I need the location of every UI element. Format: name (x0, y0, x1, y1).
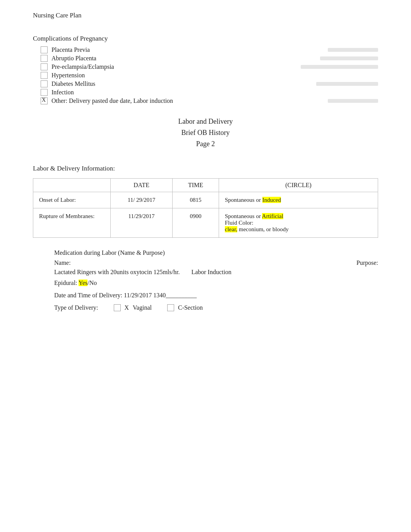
redacted-bar (316, 82, 378, 86)
rupture-circle: Spontaneous or Artificial Fluid Color: c… (219, 208, 378, 238)
table-row-onset: Onset of Labor: 11/ 29/2017 0815 Spontan… (33, 192, 378, 208)
csection-label: C-Section (178, 304, 203, 311)
header-line2: Brief OB History (33, 127, 378, 138)
rupture-label: Rupture of Membranes: (33, 208, 111, 238)
labor-delivery-table: DATE TIME (CIRCLE) Onset of Labor: 11/ 2… (33, 178, 378, 238)
medication-section: Medication during Labor (Name & Purpose)… (54, 249, 378, 311)
header-line1: Labor and Delivery (33, 116, 378, 127)
complication-label: Diabetes Mellitus (51, 80, 316, 87)
name-label: Name: (54, 259, 71, 266)
redacted-bar (328, 99, 378, 103)
vaginal-checkbox (114, 304, 121, 311)
redacted-bar (320, 56, 378, 60)
complication-checkbox (41, 97, 48, 104)
onset-date: 11/ 29/2017 (111, 192, 173, 208)
complication-checkbox (41, 80, 48, 87)
complication-checkbox (41, 55, 48, 62)
complication-label: Pre-eclampsia/Eclampsia (51, 63, 301, 70)
medication-title: Medication during Labor (Name & Purpose) (54, 249, 378, 256)
complication-checkbox (41, 72, 48, 79)
col-header-date: DATE (111, 179, 173, 192)
complication-item: Infection (41, 89, 378, 96)
redacted-bar (328, 48, 378, 52)
complication-label: Infection (51, 89, 378, 96)
name-spacer (82, 259, 345, 266)
complications-list: Placenta PreviaAbruptio PlacentaPre-ecla… (41, 46, 378, 104)
complication-item: Other: Delivery pasted due date, Labor i… (41, 97, 378, 104)
rupture-date: 11/29/2017 (111, 208, 173, 238)
redacted-bar (301, 65, 378, 69)
purpose-label: Purpose: (356, 259, 378, 266)
purpose-value: Labor Induction (191, 269, 231, 276)
col-header-time: TIME (173, 179, 219, 192)
complication-item: Hypertension (41, 72, 378, 79)
complication-label: Abruptio Placenta (51, 55, 320, 62)
complication-checkbox (41, 89, 48, 96)
header-line3: Page 2 (33, 138, 378, 150)
delivery-date-line: Date and Time of Delivery: 11/29/2017 13… (54, 292, 378, 299)
fluid-color-highlight: clear, (225, 226, 237, 232)
col-header-label (33, 179, 111, 192)
complication-checkbox (41, 63, 48, 70)
epidural-label: Epidural: (54, 280, 79, 286)
complication-label: Placenta Previa (51, 46, 328, 53)
rupture-time: 0900 (173, 208, 219, 238)
epidural-yes: Yes (79, 280, 87, 286)
delivery-date-label: Date and Time of Delivery: 11/29/2017 13… (54, 292, 197, 298)
csection-checkbox (167, 304, 174, 311)
table-row-rupture: Rupture of Membranes: 11/29/2017 0900 Sp… (33, 208, 378, 238)
onset-time: 0815 (173, 192, 219, 208)
vaginal-label: Vaginal (133, 304, 152, 311)
vaginal-x-mark: X (125, 304, 129, 311)
onset-circle: Spontaneous or Induced (219, 192, 378, 208)
onset-label: Onset of Labor: (33, 192, 111, 208)
name-value: Lactated Ringers with 20units oxytocin 1… (54, 269, 180, 276)
medication-value-line: Lactated Ringers with 20units oxytocin 1… (54, 269, 378, 276)
complication-item: Pre-eclampsia/Eclampsia (41, 63, 378, 70)
complication-item: Diabetes Mellitus (41, 80, 378, 87)
medication-name-line: Name: Purpose: (54, 259, 378, 266)
col-header-circle: (CIRCLE) (219, 179, 378, 192)
complication-label: Other: Delivery pasted due date, Labor i… (51, 97, 328, 104)
epidural-slash: /No (87, 280, 97, 286)
complication-checkbox (41, 46, 48, 53)
delivery-type-label: Type of Delivery: (54, 304, 98, 311)
complications-title: Complications of Pregnancy (33, 35, 378, 43)
delivery-type-line: Type of Delivery: X Vaginal C-Section (54, 304, 378, 311)
onset-circle-highlight: Induced (262, 197, 281, 203)
complication-item: Abruptio Placenta (41, 55, 378, 62)
center-header: Labor and Delivery Brief OB History Page… (33, 116, 378, 149)
epidural-line: Epidural: Yes/No (54, 280, 378, 286)
complication-label: Hypertension (51, 72, 378, 79)
rupture-circle-highlight: Artificial (262, 213, 283, 219)
page-title: Nursing Care Plan (33, 12, 378, 19)
complication-item: Placenta Previa (41, 46, 378, 53)
complications-section: Complications of Pregnancy Placenta Prev… (33, 35, 378, 104)
labor-info-label: Labor & Delivery Information: (33, 165, 378, 172)
